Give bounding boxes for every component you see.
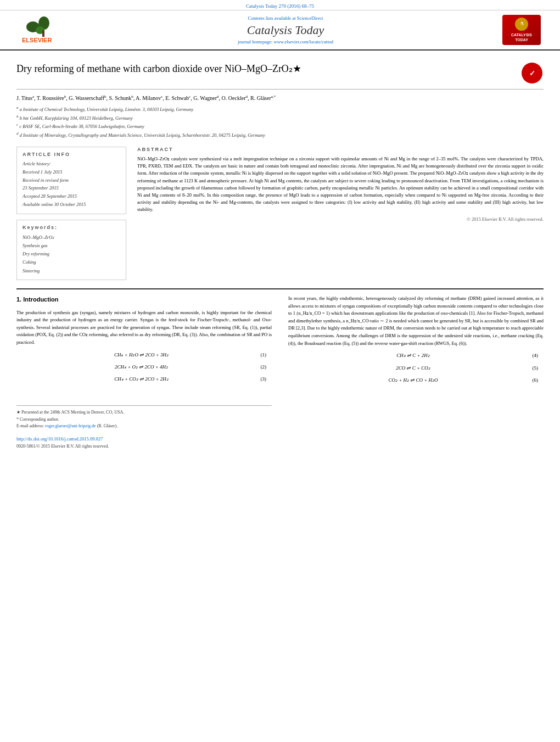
journal-header-left: ELSEVIER [11, 15, 77, 45]
journal-citation: Catalysis Today 270 (2016) 68–75 [246, 3, 314, 9]
svg-text:ELSEVIER: ELSEVIER [22, 37, 52, 43]
history-label: Article history: [23, 160, 120, 168]
article-info-box: ARTICLE INFO Article history: Received 1… [16, 147, 126, 214]
equation-1-text: CH₄ + H₂O ⇌ 2CO + 3H₂ [33, 351, 250, 359]
article-info-heading: ARTICLE INFO [23, 152, 120, 157]
email-suffix: (R. Gläser). [97, 423, 118, 428]
affiliation-c: c c BASF SE, Carl-Bosch-Straße 38, 67056… [16, 122, 544, 130]
abstract-column: ABSTRACT NiO–MgO–ZrO₂ catalysts were syn… [137, 147, 544, 280]
svg-rect-3 [42, 30, 44, 37]
affiliation-b: b b hte GmbH, Kurpfalzring 104, 69123 He… [16, 114, 544, 122]
affiliation-d: d d Institute of Mineralogy, Crystallogr… [16, 131, 544, 139]
sciencedirect-link-text[interactable]: ScienceDirect [297, 15, 323, 21]
keywords-list: NiO–MgO–ZrO₂ Synthesis gas Dry reforming… [23, 233, 120, 275]
journal-header: ELSEVIER Contents lists available at Sci… [0, 10, 560, 51]
keyword-3: Dry reforming [23, 250, 120, 258]
footnote-star: ★ Presented at the 249th ACS Meeting in … [16, 409, 272, 416]
doi-section: http://dx.doi.org/10.1016/j.cattod.2015.… [16, 436, 272, 450]
abstract-text: NiO–MgO–ZrO₂ catalysts were synthesized … [137, 155, 544, 213]
svg-text:✓: ✓ [529, 69, 535, 77]
issn-text: 0920-5861/© 2015 Elsevier B.V. All right… [16, 443, 272, 450]
equation-3-number: (3) [250, 375, 266, 383]
authors-section: J. Titusa, T. Roussièreb, G. Wasserschaf… [16, 90, 544, 141]
available-date: Available online 30 October 2015 [23, 201, 120, 208]
received-date: Received 1 July 2015 [23, 169, 120, 176]
equation-6-number: (6) [522, 376, 538, 384]
abstract-section: ABSTRACT NiO–MgO–ZrO₂ catalysts were syn… [137, 147, 544, 222]
equation-6-text: CO₂ + H₂ ⇌ CO + H₂O [305, 376, 522, 384]
keyword-5: Sintering [23, 267, 120, 275]
intro-heading: 1. Introduction [16, 295, 272, 305]
homepage-prefix: journal homepage: [238, 39, 273, 44]
intro-para-right1: In recent years, the highly endothermic,… [288, 295, 544, 347]
keyword-2: Synthesis gas [23, 242, 120, 250]
equation-3-text: CH₄ + CO₂ ⇌ 2CO + 2H₂ [33, 375, 250, 383]
equation-2-block: 2CH₄ + O₂ ⇌ 2CO + 4H₂ (2) [27, 363, 272, 371]
received-revised-date: 23 September 2015 [23, 185, 120, 192]
body-col-left: 1. Introduction The production of synthe… [16, 295, 272, 450]
equation-4-text: CH₄ ⇌ C + 2H₂ [305, 352, 522, 359]
affiliations: a a Institute of Chemical Technology, Un… [16, 105, 544, 139]
homepage-link[interactable]: www.elsevier.com/locate/cattod [274, 39, 334, 44]
keyword-4: Coking [23, 258, 120, 266]
catalysis-badge-text: CATALYSIS TODAY [511, 32, 532, 42]
article-info-abstract-row: ARTICLE INFO Article history: Received 1… [16, 147, 544, 280]
equation-1-block: CH₄ + H₂O ⇌ 2CO + 3H₂ (1) [27, 351, 272, 359]
article-info-column: ARTICLE INFO Article history: Received 1… [16, 147, 126, 280]
catalysis-today-badge: ⚗ CATALYSIS TODAY [502, 15, 541, 45]
body-columns: 1. Introduction The production of synthe… [0, 289, 560, 456]
accepted-date: Accepted 28 September 2015 [23, 193, 120, 200]
keyword-1: NiO–MgO–ZrO₂ [23, 233, 120, 242]
catalysis-icon: ⚗ [515, 18, 528, 31]
equation-1-number: (1) [250, 351, 266, 359]
journal-header-right: ⚗ CATALYSIS TODAY [494, 15, 549, 45]
received-revised-label: Received in revised form [23, 177, 120, 184]
intro-para1: The production of synthesis gas (syngas)… [16, 309, 272, 347]
elsevier-logo: ELSEVIER [19, 15, 69, 45]
keywords-box: Keywords: NiO–MgO–ZrO₂ Synthesis gas Dry… [16, 220, 126, 280]
equation-4-number: (4) [522, 352, 538, 359]
email-label: E-mail address: [16, 423, 44, 428]
equation-3-block: CH₄ + CO₂ ⇌ 2CO + 2H₂ (3) [27, 375, 272, 383]
sciencedirect-line: Contents lists available at ScienceDirec… [77, 15, 494, 21]
equation-5-text: 2CO ⇌ C + CO₂ [305, 364, 522, 372]
authors-line: J. Titusa, T. Roussièreb, G. Wasserschaf… [16, 94, 544, 103]
abstract-heading: ABSTRACT [137, 147, 544, 152]
journal-homepage: journal homepage: www.elsevier.com/locat… [77, 39, 494, 44]
keywords-heading: Keywords: [23, 225, 120, 230]
journal-header-center: Contents lists available at ScienceDirec… [77, 15, 494, 44]
sciencedirect-prefix: Contents lists available at [248, 15, 296, 21]
doi-link[interactable]: http://dx.doi.org/10.1016/j.cattod.2015.… [16, 436, 272, 443]
email-address[interactable]: roger.glaeser@uni-leipzig.de [45, 423, 96, 428]
crossmark-badge[interactable]: ✓ [522, 63, 544, 85]
equation-2-number: (2) [250, 363, 266, 371]
crossmark-icon: ✓ [522, 63, 542, 83]
affiliation-a: a a Institute of Chemical Technology, Un… [16, 105, 544, 113]
equation-6-block: CO₂ + H₂ ⇌ CO + H₂O (6) [299, 376, 544, 384]
catalysis-badge-line1: CATALYSIS [511, 32, 532, 37]
article-title: Dry reforming of methane with carbon dio… [16, 63, 513, 75]
article-title-section: Dry reforming of methane with carbon dio… [16, 56, 544, 90]
footnote-section: ★ Presented at the 249th ACS Meeting in … [16, 405, 272, 430]
copyright-line: © 2015 Elsevier B.V. All rights reserved… [137, 216, 544, 222]
equation-2-text: 2CH₄ + O₂ ⇌ 2CO + 4H₂ [33, 363, 250, 371]
equation-5-number: (5) [522, 364, 538, 372]
catalysis-badge-line2: TODAY [511, 37, 532, 42]
footnote-corresponding: * Corresponding author. [16, 416, 272, 423]
equation-4-block: CH₄ ⇌ C + 2H₂ (4) [299, 352, 544, 359]
top-bar: Catalysis Today 270 (2016) 68–75 [0, 0, 560, 10]
journal-title: Catalysis Today [77, 23, 494, 37]
equation-5-block: 2CO ⇌ C + CO₂ (5) [299, 364, 544, 372]
footnote-email: E-mail address: roger.glaeser@uni-leipzi… [16, 423, 272, 430]
article-content: Dry reforming of methane with carbon dio… [0, 51, 560, 288]
page-wrapper: Catalysis Today 270 (2016) 68–75 ELSEVIE… [0, 0, 560, 456]
body-col-right: In recent years, the highly endothermic,… [288, 295, 544, 450]
